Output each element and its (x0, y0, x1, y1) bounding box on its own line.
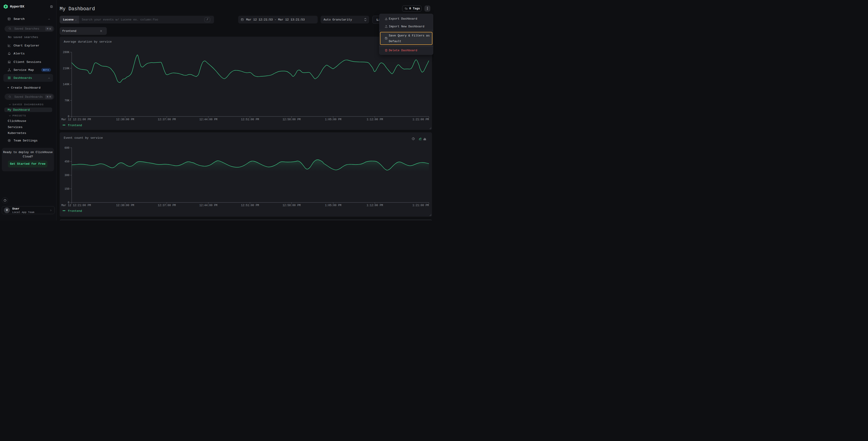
svg-text:150: 150 (64, 187, 69, 190)
svg-text:210K: 210K (63, 67, 69, 70)
svg-text:12:51:00 PM: 12:51:00 PM (241, 118, 259, 121)
svg-text:1:12:00 PM: 1:12:00 PM (366, 204, 383, 207)
svg-text:Mar 12 12:21:00 PM: Mar 12 12:21:00 PM (61, 118, 91, 121)
svg-text:12:44:00 PM: 12:44:00 PM (199, 118, 217, 121)
svg-text:12:37:00 PM: 12:37:00 PM (158, 118, 176, 121)
svg-text:frontend: frontend (68, 123, 82, 127)
svg-text:Mar 12 12:21:00 PM: Mar 12 12:21:00 PM (61, 204, 91, 207)
svg-text:1:05:00 PM: 1:05:00 PM (325, 118, 341, 121)
svg-text:600: 600 (64, 146, 69, 150)
svg-text:450: 450 (64, 160, 69, 163)
svg-text:140K: 140K (63, 83, 69, 86)
svg-text:70K: 70K (64, 99, 69, 102)
svg-text:1:12:00 PM: 1:12:00 PM (366, 118, 383, 121)
svg-text:12:44:00 PM: 12:44:00 PM (199, 204, 217, 207)
svg-text:1:05:00 PM: 1:05:00 PM (325, 204, 341, 207)
svg-text:280K: 280K (63, 51, 69, 54)
svg-text:1:21:00 PM: 1:21:00 PM (412, 118, 429, 121)
svg-text:12:51:00 PM: 12:51:00 PM (241, 204, 259, 207)
svg-text:frontend: frontend (68, 209, 82, 213)
svg-text:300: 300 (64, 174, 69, 177)
svg-text:12:30:00 PM: 12:30:00 PM (116, 118, 134, 121)
svg-text:12:58:00 PM: 12:58:00 PM (282, 204, 300, 207)
svg-text:12:58:00 PM: 12:58:00 PM (282, 118, 300, 121)
svg-text:12:37:00 PM: 12:37:00 PM (158, 204, 176, 207)
svg-text:1:21:00 PM: 1:21:00 PM (412, 204, 429, 207)
svg-text:12:30:00 PM: 12:30:00 PM (116, 204, 134, 207)
